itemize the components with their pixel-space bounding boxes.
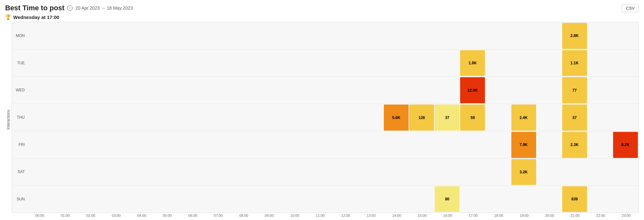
heatmap-cell: 5.6K <box>384 105 409 131</box>
heatmap-cell: 3.2K <box>511 159 536 185</box>
x-tick: 20:00 <box>537 214 562 217</box>
day-cells: 2.8K <box>27 22 639 49</box>
day-row: TUE1.9K1.1K <box>12 50 639 77</box>
x-tick: 10:00 <box>282 214 308 217</box>
x-tick: 22:00 <box>588 214 613 217</box>
heatmap-cell: 12.0K <box>460 77 485 103</box>
day-label: TUE <box>12 61 27 65</box>
x-tick: 18:00 <box>486 214 511 217</box>
x-tick: 14:00 <box>384 214 409 217</box>
day-cells: 7.9K2.3K8.2K <box>27 131 639 158</box>
heatmap-cell: 1.9K <box>460 50 485 76</box>
heatmap-cell: 2.3K <box>562 132 587 158</box>
best-time-text: Wednesday at 17:00 <box>13 14 59 20</box>
day-cells: 3.2K <box>27 159 639 186</box>
x-tick: 19:00 <box>511 214 537 217</box>
x-tick: 03:00 <box>104 214 129 217</box>
heatmap-cell: 126 <box>409 105 434 131</box>
heatmap-cell: 7.9K <box>511 132 536 158</box>
x-tick: 13:00 <box>358 214 384 217</box>
x-tick: 00:00 <box>27 214 52 217</box>
day-label: MON <box>12 33 27 38</box>
day-label: SAT <box>12 170 27 174</box>
day-cells: 80839 <box>27 186 639 213</box>
page-title: Best Time to post <box>5 4 64 12</box>
day-row: FRI7.9K2.3K8.2K <box>12 131 639 159</box>
x-tick: 04:00 <box>129 214 155 217</box>
csv-button[interactable]: CSV <box>622 4 639 12</box>
day-label: THU <box>12 115 27 120</box>
chart-inner: MON2.8KTUE1.9K1.1KWED12.0K77THU5.6K12637… <box>12 22 639 217</box>
heatmap-cell: 1.1K <box>562 50 587 76</box>
trophy-icon: 🏆 <box>5 14 11 20</box>
day-row: SUN80839 <box>12 186 639 213</box>
x-tick: 17:00 <box>460 214 486 217</box>
x-tick: 02:00 <box>78 214 103 217</box>
heatmap-cell: 2.4K <box>511 105 536 131</box>
date-range: 20 Apr 2023 → 18 May 2023 <box>75 5 133 11</box>
heatmap-cell: 80 <box>435 186 459 212</box>
day-cells: 5.6K12637592.4K37 <box>27 104 639 131</box>
day-row: SAT3.2K <box>12 159 639 186</box>
title-group: Best Time to post i 20 Apr 2023 → 18 May… <box>5 4 133 12</box>
heatmap-cell: 2.8K <box>562 23 587 49</box>
x-tick: 05:00 <box>155 214 180 217</box>
x-tick: 11:00 <box>308 214 333 217</box>
chart-area: Interactions MON2.8KTUE1.9K1.1KWED12.0K7… <box>5 22 639 217</box>
grid-area: MON2.8KTUE1.9K1.1KWED12.0K77THU5.6K12637… <box>12 22 639 213</box>
heatmap-cell: 59 <box>460 105 485 131</box>
x-tick: 23:00 <box>613 214 639 217</box>
x-tick: 15:00 <box>410 214 435 217</box>
rows-container: MON2.8KTUE1.9K1.1KWED12.0K77THU5.6K12637… <box>12 22 639 213</box>
day-row: THU5.6K12637592.4K37 <box>12 104 639 131</box>
heatmap-cell: 37 <box>562 105 587 131</box>
x-tick: 12:00 <box>333 214 358 217</box>
heatmap-cell: 77 <box>562 77 587 103</box>
day-row: MON2.8K <box>12 22 639 50</box>
x-axis: 00:0001:0002:0003:0004:0005:0006:0007:00… <box>12 214 639 217</box>
x-tick: 09:00 <box>257 214 282 217</box>
day-label: SUN <box>12 197 27 201</box>
info-icon[interactable]: i <box>67 5 73 11</box>
day-label: FRI <box>12 142 27 147</box>
x-tick: 07:00 <box>205 214 231 217</box>
heatmap-cell: 8.2K <box>613 132 638 158</box>
day-label: WED <box>12 88 27 92</box>
day-row: WED12.0K77 <box>12 77 639 104</box>
page-container: Best Time to post i 20 Apr 2023 → 18 May… <box>0 0 644 220</box>
header-row: Best Time to post i 20 Apr 2023 → 18 May… <box>5 4 639 12</box>
x-tick: 01:00 <box>52 214 78 217</box>
x-tick: 06:00 <box>180 214 205 217</box>
best-time-label: 🏆 Wednesday at 17:00 <box>5 14 639 20</box>
day-cells: 12.0K77 <box>27 77 639 104</box>
x-tick: 08:00 <box>231 214 256 217</box>
day-cells: 1.9K1.1K <box>27 50 639 77</box>
x-tick: 21:00 <box>563 214 588 217</box>
heatmap-cell: 839 <box>562 186 587 212</box>
heatmap-cell: 37 <box>435 105 459 131</box>
y-axis-label: Interactions <box>5 22 12 217</box>
x-tick: 16:00 <box>435 214 460 217</box>
